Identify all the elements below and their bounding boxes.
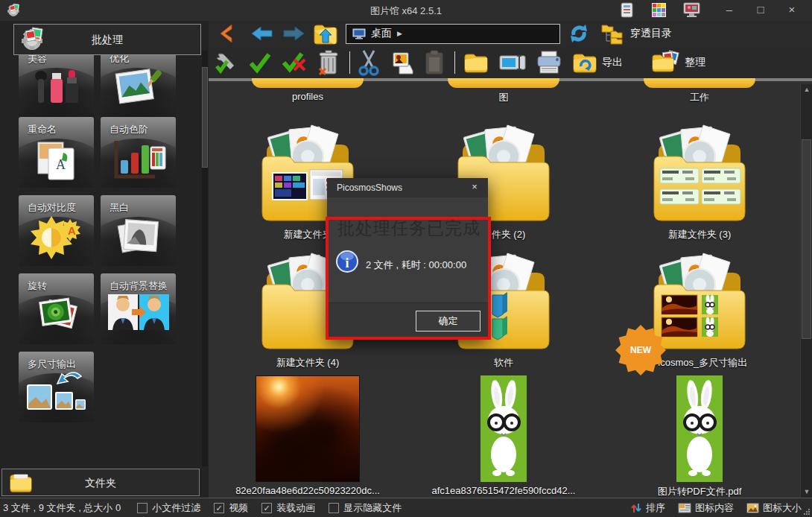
checkbox-小文件过滤[interactable]: 小文件过滤 — [137, 501, 200, 515]
notes-icon[interactable] — [620, 2, 635, 19]
print-button[interactable] — [533, 48, 565, 77]
checkbox-label: 视频 — [229, 501, 248, 515]
tile-label: 旋转 — [28, 279, 47, 293]
checkbox-box[interactable] — [329, 503, 339, 513]
file-label: 软件 — [407, 356, 600, 369]
tile-optimize[interactable]: 优化 — [101, 46, 176, 117]
paste-button[interactable] — [421, 48, 448, 77]
checkbox-视频[interactable]: ✓视频 — [214, 501, 248, 515]
rename-pages-icon: A — [19, 136, 94, 183]
maximize-button[interactable]: □ — [748, 0, 773, 21]
checkbox-box[interactable]: ✓ — [214, 503, 224, 513]
folder-icon[interactable] — [644, 115, 755, 225]
svg-text:i: i — [345, 256, 349, 270]
check-all-button[interactable] — [246, 50, 274, 75]
export-folder-icon — [571, 51, 598, 74]
navigation-toolbar: 桌面 ▶ 穿透目录 — [209, 21, 812, 46]
tile-cosmetics[interactable]: 美容 — [19, 46, 94, 117]
trash-icon — [317, 49, 340, 76]
minimize-button[interactable]: – — [717, 0, 742, 21]
file-item[interactable]: 工作 — [603, 77, 796, 104]
folder-up-button[interactable] — [313, 22, 338, 45]
dialog-close-button[interactable]: × — [467, 181, 482, 194]
toolbar-separator — [454, 51, 455, 74]
file-item[interactable]: afc1ea8376515472fe590fccd42... — [407, 372, 600, 496]
file-label: 图片转PDF文件.pdf — [603, 485, 796, 498]
breadcrumb-caret-icon[interactable]: ▶ — [397, 30, 402, 37]
new-folder-button[interactable] — [460, 49, 492, 76]
auto-levels-icon — [101, 136, 176, 183]
tools-check-button[interactable] — [212, 48, 241, 77]
tile-rename-pages[interactable]: 重命名A — [19, 117, 94, 188]
sidebar-header: 批处理 — [13, 24, 201, 55]
palette-icon[interactable] — [651, 2, 667, 19]
refresh-button[interactable] — [568, 22, 590, 45]
file-browser-area: profiles图工作新建文件夹文件夹 (2)新建文件夹 (3)新建文件夹 (4… — [209, 78, 812, 498]
sidebar-header-label: 批处理 — [14, 34, 200, 47]
passthrough-directory-button[interactable]: 穿透目录 — [600, 22, 672, 45]
breadcrumb-location[interactable]: 桌面 — [371, 27, 392, 40]
delete-button[interactable] — [314, 48, 343, 77]
dialog-titlebar[interactable]: PicosmosShows — [327, 178, 488, 197]
tile-label: 重命名 — [28, 123, 57, 136]
icon-size-icon — [746, 503, 759, 513]
nav-left-arrow-button[interactable] — [250, 25, 274, 42]
export-button-label: 导出 — [602, 56, 623, 69]
nav-right-arrow-button[interactable] — [282, 25, 305, 42]
sunset-photo-thumbnail[interactable] — [256, 375, 360, 482]
info-icon: i — [335, 250, 359, 273]
rabbit-image-thumbnail[interactable] — [480, 375, 527, 482]
batch-tools-grid: 美容优化重命名A自动色阶自动对比度A黑白旋转自动背景替换多尺寸输出 — [0, 21, 200, 468]
tile-auto-levels[interactable]: 自动色阶 — [101, 117, 176, 188]
cut-button[interactable] — [355, 48, 382, 77]
checkbox-装载动画[interactable]: ✓装载动画 — [261, 501, 315, 515]
organize-button[interactable]: 整理 — [649, 48, 708, 77]
resize-grip[interactable] — [803, 508, 811, 516]
folder-icon[interactable] — [448, 78, 559, 88]
file-item[interactable]: 新建文件夹 (3) — [603, 115, 796, 241]
tile-auto-contrast[interactable]: 自动对比度A — [19, 195, 94, 266]
sidebar-scrollbar[interactable] — [202, 51, 208, 466]
check-cancel-button[interactable] — [279, 49, 310, 76]
tile-label: 自动色阶 — [110, 123, 148, 136]
address-bar[interactable]: 桌面 ▶ — [346, 24, 560, 44]
sort-icon — [630, 502, 642, 514]
ok-button[interactable]: 确定 — [416, 311, 480, 332]
folder-icon[interactable] — [644, 78, 755, 88]
file-item[interactable]: 图 — [407, 77, 600, 104]
tile-label: 多尺寸输出 — [28, 358, 76, 371]
export-button[interactable]: 导出 — [569, 49, 625, 76]
tile-multi-size[interactable]: 多尺寸输出 — [19, 352, 94, 422]
file-label: 82e20faa48e6d22c50923220dc... — [212, 485, 404, 496]
folder-icon[interactable] — [252, 78, 364, 88]
main-scrollbar[interactable]: ▲ ▼ — [800, 84, 812, 498]
checkbox-box[interactable] — [137, 503, 148, 513]
svg-text:A: A — [68, 224, 76, 237]
scrollbar-thumb[interactable] — [802, 139, 811, 339]
rename-button[interactable] — [496, 50, 529, 75]
auto-contrast-icon: A — [19, 215, 94, 264]
tile-black-white[interactable]: 黑白 — [101, 195, 176, 266]
screen-capture-icon[interactable] — [683, 2, 700, 19]
file-label: 新建文件夹 (3) — [603, 228, 796, 241]
scissors-icon — [358, 49, 380, 76]
checkbox-box[interactable]: ✓ — [261, 503, 272, 513]
multi-size-icon — [19, 371, 94, 419]
tile-rotate[interactable]: 旋转 — [19, 273, 94, 344]
rabbit-image-thumbnail[interactable] — [676, 375, 723, 482]
checkbox-显示隐藏文件[interactable]: 显示隐藏文件 — [329, 501, 402, 515]
tile-bg-replace[interactable]: 自动背景替换 — [101, 273, 176, 344]
close-button[interactable]: × — [779, 0, 805, 21]
图标内容-button[interactable]: 图标内容 — [678, 501, 734, 515]
file-item[interactable]: 图片转PDF文件.pdf — [603, 372, 796, 498]
file-item[interactable]: 82e20faa48e6d22c50923220dc... — [212, 372, 404, 496]
file-label: 工作 — [603, 91, 796, 104]
actions-toolbar: 导出整理 — [209, 46, 812, 78]
图标大小-button[interactable]: 图标大小 — [746, 501, 802, 515]
copy-button[interactable] — [387, 48, 416, 77]
排序-button[interactable]: 排序 — [630, 501, 665, 515]
file-item[interactable]: profiles — [212, 77, 404, 102]
file-label: profiles — [212, 91, 404, 102]
folder-panel-button[interactable]: 文件夹 — [1, 469, 200, 496]
back-chevron-button[interactable] — [216, 22, 235, 45]
